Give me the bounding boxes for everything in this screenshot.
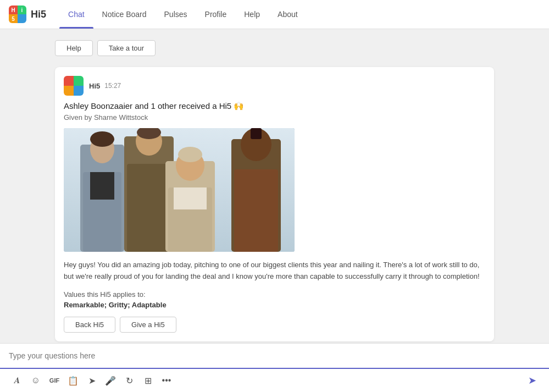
- main-content: Help Take a tour Hi5 15:27 Ashley Boonza…: [0, 29, 549, 392]
- logo-q4: [18, 14, 26, 23]
- chat-input[interactable]: [9, 349, 540, 362]
- send-icon[interactable]: ➤: [84, 372, 100, 389]
- nav-item-notice-board[interactable]: Notice Board: [93, 0, 156, 29]
- toolbar-row: 𝑨 ☺ GIF 📋 ➤ 🎤 ↻ ⊞ ••• ➤: [0, 369, 549, 392]
- input-row: [0, 344, 549, 369]
- nav-item-profile[interactable]: Profile: [196, 0, 236, 29]
- nav-item-chat[interactable]: Chat: [59, 0, 93, 29]
- avatar-q2: [74, 76, 84, 86]
- svg-point-4: [90, 131, 114, 147]
- logo-q2: i: [18, 5, 26, 14]
- emoji-icon[interactable]: ☺: [27, 372, 44, 389]
- values-label: Values this Hi5 applies to:: [64, 290, 485, 299]
- audio-icon[interactable]: 🎤: [102, 372, 119, 389]
- message-card: Hi5 15:27 Ashley Boonzaaier and 1 other …: [55, 67, 494, 341]
- svg-rect-22: [234, 169, 278, 252]
- logo-q1: H: [9, 5, 18, 14]
- gif-icon[interactable]: GIF: [46, 372, 63, 389]
- avatar: [64, 76, 84, 96]
- card-actions: Back Hi5 Give a Hi5: [64, 317, 485, 333]
- image-placeholder: [64, 128, 295, 252]
- sticker-icon[interactable]: 📋: [65, 372, 81, 389]
- avatar-q1: [64, 76, 74, 86]
- input-area: 𝑨 ☺ GIF 📋 ➤ 🎤 ↻ ⊞ ••• ➤: [0, 343, 549, 392]
- give-hi5-button[interactable]: Give a Hi5: [120, 317, 176, 333]
- svg-rect-15: [174, 187, 207, 209]
- svg-rect-18: [251, 128, 262, 139]
- more-icon[interactable]: •••: [158, 372, 175, 389]
- loop-icon[interactable]: ↻: [121, 372, 137, 389]
- take-tour-button[interactable]: Take a tour: [97, 40, 156, 56]
- message-body: Hey guys! You did an amazing job today, …: [64, 260, 485, 283]
- sender-name: Hi5: [89, 82, 100, 90]
- svg-rect-10: [127, 164, 171, 252]
- help-button[interactable]: Help: [55, 40, 93, 56]
- nav-item-about[interactable]: About: [269, 0, 307, 29]
- ateam-image: [64, 128, 295, 252]
- svg-rect-6: [90, 172, 114, 200]
- format-icon[interactable]: 𝑨: [9, 372, 25, 389]
- svg-point-13: [178, 147, 202, 162]
- grid-icon[interactable]: ⊞: [140, 372, 156, 389]
- sender-info: Hi5 15:27: [89, 82, 121, 90]
- app-name: Hi5: [31, 9, 46, 20]
- message-image: [64, 128, 295, 252]
- chat-area: Help Take a tour Hi5 15:27 Ashley Boonza…: [0, 29, 549, 343]
- nav-items: Chat Notice Board Pulses Profile Help Ab…: [59, 0, 307, 29]
- message-time: 15:27: [104, 82, 121, 90]
- values-text: Remarkable; Gritty; Adaptable: [64, 301, 485, 309]
- logo-icon: H i 5: [9, 5, 26, 23]
- message-title: Ashley Boonzaaier and 1 other received a…: [64, 101, 485, 111]
- submit-button[interactable]: ➤: [524, 372, 540, 389]
- avatar-q4: [74, 86, 84, 96]
- values-section: Values this Hi5 applies to: Remarkable; …: [64, 290, 485, 309]
- navigation-bar: H i 5 Hi5 Chat Notice Board Pulses Profi…: [0, 0, 549, 29]
- app-logo: H i 5 Hi5: [9, 5, 46, 23]
- logo-q3: 5: [9, 14, 18, 23]
- nav-item-pulses[interactable]: Pulses: [156, 0, 196, 29]
- message-subtitle: Given by Sharne Wittstock: [64, 113, 485, 122]
- action-buttons-row: Help Take a tour: [55, 36, 494, 60]
- back-hi5-button[interactable]: Back Hi5: [64, 317, 115, 333]
- nav-item-help[interactable]: Help: [235, 0, 269, 29]
- avatar-q3: [64, 86, 74, 96]
- message-header: Hi5 15:27: [64, 76, 485, 96]
